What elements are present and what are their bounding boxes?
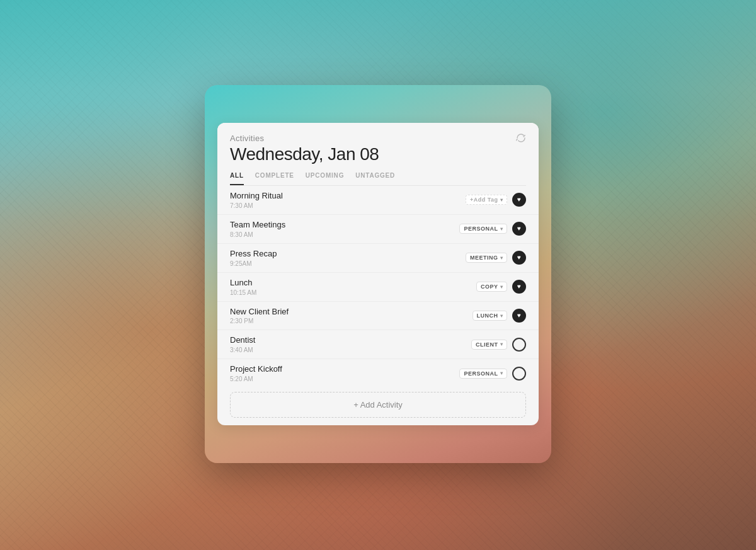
- chevron-down-icon: ▾: [500, 226, 503, 232]
- activity-row: Dentist3:40 AMCLIENT▾: [217, 330, 539, 359]
- activity-time: 8:30 AM: [230, 231, 454, 238]
- activity-info: Project Kickoff5:20 AM: [230, 364, 454, 382]
- complete-button[interactable]: [512, 280, 526, 294]
- tag-container: PERSONAL▾: [459, 369, 507, 379]
- chevron-down-icon: ▾: [500, 255, 503, 261]
- activity-name: Team Meetings: [230, 220, 454, 231]
- tag-badge[interactable]: PERSONAL▾: [459, 369, 507, 379]
- activities-card: Activities Wednesday, Jan 08 ALLCOMPLETE…: [217, 123, 539, 425]
- complete-button[interactable]: [512, 367, 526, 381]
- tag-label: MEETING: [470, 255, 498, 261]
- activity-info: Dentist3:40 AM: [230, 335, 466, 353]
- activity-name: Morning Ritual: [230, 191, 461, 202]
- tag-label: +Add Tag: [470, 197, 498, 203]
- tag-label: LUNCH: [477, 312, 498, 319]
- activity-row: New Client Brief2:30 PMLUNCH▾: [217, 302, 539, 331]
- activities-list: Morning Ritual7:30 AM+Add Tag▾Team Meeti…: [217, 186, 539, 384]
- activity-time: 10:15 AM: [230, 289, 471, 296]
- chevron-down-icon: ▾: [500, 197, 503, 203]
- activity-time: 9:25AM: [230, 260, 461, 267]
- filter-tab-complete[interactable]: COMPLETE: [255, 172, 294, 185]
- activity-name: Dentist: [230, 335, 466, 346]
- tag-badge[interactable]: COPY▾: [476, 282, 507, 292]
- tag-badge[interactable]: LUNCH▾: [472, 311, 508, 321]
- tag-label: PERSONAL: [464, 370, 498, 377]
- activity-name: Lunch: [230, 278, 471, 289]
- activity-info: Morning Ritual7:30 AM: [230, 191, 461, 209]
- tag-badge[interactable]: PERSONAL▾: [459, 224, 507, 234]
- activity-row: Project Kickoff5:20 AMPERSONAL▾: [217, 359, 539, 384]
- sync-icon[interactable]: [516, 133, 526, 143]
- tag-container: LUNCH▾: [472, 311, 508, 321]
- activity-time: 5:20 AM: [230, 375, 454, 382]
- activity-name: Press Recap: [230, 249, 461, 260]
- activity-info: Team Meetings8:30 AM: [230, 220, 454, 238]
- filter-tab-all[interactable]: ALL: [230, 172, 244, 185]
- activity-row: Team Meetings8:30 AMPERSONAL▾: [217, 215, 539, 244]
- chevron-down-icon: ▾: [500, 313, 503, 319]
- activity-row: Press Recap9:25AMMEETING▾: [217, 244, 539, 273]
- filter-tabs: ALLCOMPLETEUPCOMINGUNTAGGED: [230, 172, 526, 186]
- activity-row: Morning Ritual7:30 AM+Add Tag▾: [217, 186, 539, 215]
- activity-time: 7:30 AM: [230, 202, 461, 209]
- tag-container: PERSONAL▾: [459, 224, 507, 234]
- activity-time: 2:30 PM: [230, 318, 467, 324]
- tag-container: MEETING▾: [466, 253, 507, 263]
- tag-container: CLIENT▾: [471, 340, 507, 350]
- card-header: Activities Wednesday, Jan 08 ALLCOMPLETE…: [217, 123, 539, 186]
- tag-badge[interactable]: CLIENT▾: [471, 340, 507, 350]
- complete-button[interactable]: [512, 193, 526, 207]
- tag-container: COPY▾: [476, 282, 507, 292]
- activity-name: New Client Brief: [230, 307, 467, 318]
- filter-tab-untagged[interactable]: UNTAGGED: [355, 172, 395, 185]
- tag-label: COPY: [481, 284, 498, 290]
- activity-name: Project Kickoff: [230, 364, 454, 375]
- tag-badge[interactable]: +Add Tag▾: [466, 195, 507, 205]
- activity-info: New Client Brief2:30 PM: [230, 307, 467, 325]
- outer-card: Activities Wednesday, Jan 08 ALLCOMPLETE…: [205, 85, 551, 463]
- tag-label: PERSONAL: [464, 226, 498, 232]
- tag-badge[interactable]: MEETING▾: [466, 253, 507, 263]
- complete-button[interactable]: [512, 338, 526, 352]
- complete-button[interactable]: [512, 222, 526, 236]
- complete-button[interactable]: [512, 251, 526, 265]
- activity-info: Lunch10:15 AM: [230, 278, 471, 296]
- card-title: Activities: [230, 134, 264, 143]
- complete-button[interactable]: [512, 309, 526, 323]
- chevron-down-icon: ▾: [500, 370, 503, 376]
- title-row: Activities: [230, 133, 526, 143]
- activity-row: Lunch10:15 AMCOPY▾: [217, 273, 539, 302]
- tag-label: CLIENT: [476, 341, 498, 348]
- activity-info: Press Recap9:25AM: [230, 249, 461, 267]
- date-heading: Wednesday, Jan 08: [230, 144, 526, 164]
- add-activity-button[interactable]: + Add Activity: [230, 392, 526, 418]
- activity-time: 3:40 AM: [230, 347, 466, 353]
- chevron-down-icon: ▾: [500, 341, 503, 347]
- tag-container: +Add Tag▾: [466, 195, 507, 205]
- chevron-down-icon: ▾: [500, 284, 503, 290]
- filter-tab-upcoming[interactable]: UPCOMING: [306, 172, 344, 185]
